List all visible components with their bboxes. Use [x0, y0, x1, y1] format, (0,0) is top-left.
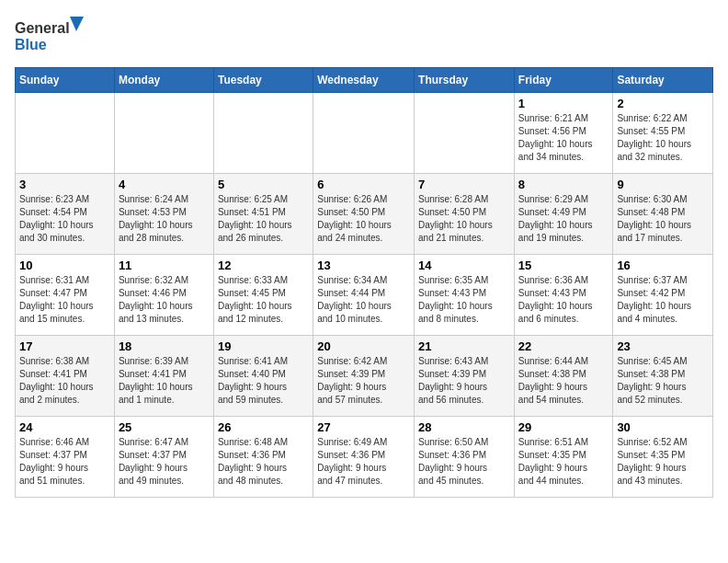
day-number: 7	[418, 178, 510, 191]
day-info: Sunrise: 6:31 AM Sunset: 4:47 PM Dayligh…	[19, 274, 110, 326]
week-row-4: 17Sunrise: 6:38 AM Sunset: 4:41 PM Dayli…	[16, 336, 713, 417]
calendar-cell	[114, 93, 213, 174]
day-info: Sunrise: 6:51 AM Sunset: 4:35 PM Dayligh…	[518, 436, 609, 488]
calendar-cell: 20Sunrise: 6:42 AM Sunset: 4:39 PM Dayli…	[313, 336, 415, 417]
day-info: Sunrise: 6:26 AM Sunset: 4:50 PM Dayligh…	[317, 193, 410, 245]
day-number: 6	[317, 178, 410, 191]
day-info: Sunrise: 6:45 AM Sunset: 4:38 PM Dayligh…	[617, 355, 709, 407]
calendar-cell: 13Sunrise: 6:34 AM Sunset: 4:44 PM Dayli…	[313, 255, 415, 336]
day-number: 14	[418, 259, 510, 272]
day-number: 11	[119, 259, 210, 272]
day-number: 15	[518, 259, 609, 272]
week-row-1: 1Sunrise: 6:21 AM Sunset: 4:56 PM Daylig…	[16, 93, 713, 174]
day-number: 18	[119, 339, 210, 353]
calendar-cell: 14Sunrise: 6:35 AM Sunset: 4:43 PM Dayli…	[415, 255, 515, 336]
day-number: 20	[317, 339, 410, 353]
day-number: 1	[518, 97, 609, 110]
calendar-cell: 16Sunrise: 6:37 AM Sunset: 4:42 PM Dayli…	[613, 255, 713, 336]
calendar-cell: 22Sunrise: 6:44 AM Sunset: 4:38 PM Dayli…	[514, 336, 613, 417]
calendar-cell: 28Sunrise: 6:50 AM Sunset: 4:36 PM Dayli…	[415, 417, 515, 498]
logo: GeneralBlue	[15, 15, 88, 56]
day-number: 24	[19, 420, 110, 434]
day-number: 26	[218, 420, 309, 434]
weekday-header-thursday: Thursday	[415, 68, 515, 93]
calendar-cell	[313, 93, 415, 174]
day-number: 8	[518, 178, 609, 191]
day-info: Sunrise: 6:28 AM Sunset: 4:50 PM Dayligh…	[418, 193, 510, 245]
svg-text:Blue: Blue	[15, 37, 47, 52]
calendar-cell: 25Sunrise: 6:47 AM Sunset: 4:37 PM Dayli…	[114, 417, 213, 498]
day-info: Sunrise: 6:30 AM Sunset: 4:48 PM Dayligh…	[617, 193, 709, 245]
day-info: Sunrise: 6:42 AM Sunset: 4:39 PM Dayligh…	[317, 355, 410, 407]
day-info: Sunrise: 6:47 AM Sunset: 4:37 PM Dayligh…	[119, 436, 210, 488]
day-info: Sunrise: 6:37 AM Sunset: 4:42 PM Dayligh…	[617, 274, 709, 326]
weekday-header-saturday: Saturday	[613, 68, 713, 93]
calendar-cell: 17Sunrise: 6:38 AM Sunset: 4:41 PM Dayli…	[16, 336, 115, 417]
week-row-3: 10Sunrise: 6:31 AM Sunset: 4:47 PM Dayli…	[16, 255, 713, 336]
calendar-cell: 15Sunrise: 6:36 AM Sunset: 4:43 PM Dayli…	[514, 255, 613, 336]
day-number: 17	[19, 339, 110, 353]
day-info: Sunrise: 6:21 AM Sunset: 4:56 PM Dayligh…	[518, 112, 609, 164]
calendar-cell: 11Sunrise: 6:32 AM Sunset: 4:46 PM Dayli…	[114, 255, 213, 336]
day-info: Sunrise: 6:25 AM Sunset: 4:51 PM Dayligh…	[218, 193, 309, 245]
weekday-header-tuesday: Tuesday	[213, 68, 313, 93]
weekday-header-row: SundayMondayTuesdayWednesdayThursdayFrid…	[16, 68, 713, 93]
weekday-header-wednesday: Wednesday	[313, 68, 415, 93]
day-number: 5	[218, 178, 309, 191]
day-info: Sunrise: 6:23 AM Sunset: 4:54 PM Dayligh…	[19, 193, 110, 245]
calendar-cell	[16, 93, 115, 174]
day-number: 30	[617, 420, 709, 434]
day-info: Sunrise: 6:32 AM Sunset: 4:46 PM Dayligh…	[119, 274, 210, 326]
day-info: Sunrise: 6:50 AM Sunset: 4:36 PM Dayligh…	[418, 436, 510, 488]
calendar-cell: 12Sunrise: 6:33 AM Sunset: 4:45 PM Dayli…	[213, 255, 313, 336]
day-info: Sunrise: 6:43 AM Sunset: 4:39 PM Dayligh…	[418, 355, 510, 407]
day-info: Sunrise: 6:46 AM Sunset: 4:37 PM Dayligh…	[19, 436, 110, 488]
day-info: Sunrise: 6:35 AM Sunset: 4:43 PM Dayligh…	[418, 274, 510, 326]
day-number: 13	[317, 259, 410, 272]
day-info: Sunrise: 6:33 AM Sunset: 4:45 PM Dayligh…	[218, 274, 309, 326]
svg-marker-1	[70, 17, 84, 31]
day-info: Sunrise: 6:38 AM Sunset: 4:41 PM Dayligh…	[19, 355, 110, 407]
calendar-cell: 30Sunrise: 6:52 AM Sunset: 4:35 PM Dayli…	[613, 417, 713, 498]
logo-svg: GeneralBlue	[15, 15, 88, 56]
day-number: 25	[119, 420, 210, 434]
calendar-cell: 1Sunrise: 6:21 AM Sunset: 4:56 PM Daylig…	[514, 93, 613, 174]
day-info: Sunrise: 6:41 AM Sunset: 4:40 PM Dayligh…	[218, 355, 309, 407]
day-info: Sunrise: 6:52 AM Sunset: 4:35 PM Dayligh…	[617, 436, 709, 488]
day-info: Sunrise: 6:39 AM Sunset: 4:41 PM Dayligh…	[119, 355, 210, 407]
day-info: Sunrise: 6:22 AM Sunset: 4:55 PM Dayligh…	[617, 112, 709, 164]
svg-text:General: General	[15, 20, 70, 36]
week-row-5: 24Sunrise: 6:46 AM Sunset: 4:37 PM Dayli…	[16, 417, 713, 498]
day-number: 23	[617, 339, 709, 353]
calendar-cell: 23Sunrise: 6:45 AM Sunset: 4:38 PM Dayli…	[613, 336, 713, 417]
day-number: 9	[617, 178, 709, 191]
day-number: 27	[317, 420, 410, 434]
calendar-cell: 21Sunrise: 6:43 AM Sunset: 4:39 PM Dayli…	[415, 336, 515, 417]
day-number: 4	[119, 178, 210, 191]
calendar-cell: 8Sunrise: 6:29 AM Sunset: 4:49 PM Daylig…	[514, 174, 613, 255]
week-row-2: 3Sunrise: 6:23 AM Sunset: 4:54 PM Daylig…	[16, 174, 713, 255]
calendar-cell	[415, 93, 515, 174]
calendar-cell: 7Sunrise: 6:28 AM Sunset: 4:50 PM Daylig…	[415, 174, 515, 255]
calendar-cell: 6Sunrise: 6:26 AM Sunset: 4:50 PM Daylig…	[313, 174, 415, 255]
calendar-cell: 26Sunrise: 6:48 AM Sunset: 4:36 PM Dayli…	[213, 417, 313, 498]
calendar-cell: 29Sunrise: 6:51 AM Sunset: 4:35 PM Dayli…	[514, 417, 613, 498]
calendar-cell: 19Sunrise: 6:41 AM Sunset: 4:40 PM Dayli…	[213, 336, 313, 417]
calendar-cell: 9Sunrise: 6:30 AM Sunset: 4:48 PM Daylig…	[613, 174, 713, 255]
day-info: Sunrise: 6:24 AM Sunset: 4:53 PM Dayligh…	[119, 193, 210, 245]
calendar-cell: 18Sunrise: 6:39 AM Sunset: 4:41 PM Dayli…	[114, 336, 213, 417]
calendar-cell: 27Sunrise: 6:49 AM Sunset: 4:36 PM Dayli…	[313, 417, 415, 498]
calendar-cell: 10Sunrise: 6:31 AM Sunset: 4:47 PM Dayli…	[16, 255, 115, 336]
day-info: Sunrise: 6:29 AM Sunset: 4:49 PM Dayligh…	[518, 193, 609, 245]
day-number: 28	[418, 420, 510, 434]
day-info: Sunrise: 6:34 AM Sunset: 4:44 PM Dayligh…	[317, 274, 410, 326]
day-info: Sunrise: 6:48 AM Sunset: 4:36 PM Dayligh…	[218, 436, 309, 488]
day-number: 21	[418, 339, 510, 353]
day-number: 16	[617, 259, 709, 272]
weekday-header-friday: Friday	[514, 68, 613, 93]
day-number: 2	[617, 97, 709, 110]
day-number: 3	[19, 178, 110, 191]
header-area: GeneralBlue	[15, 15, 713, 56]
day-number: 19	[218, 339, 309, 353]
day-info: Sunrise: 6:49 AM Sunset: 4:36 PM Dayligh…	[317, 436, 410, 488]
